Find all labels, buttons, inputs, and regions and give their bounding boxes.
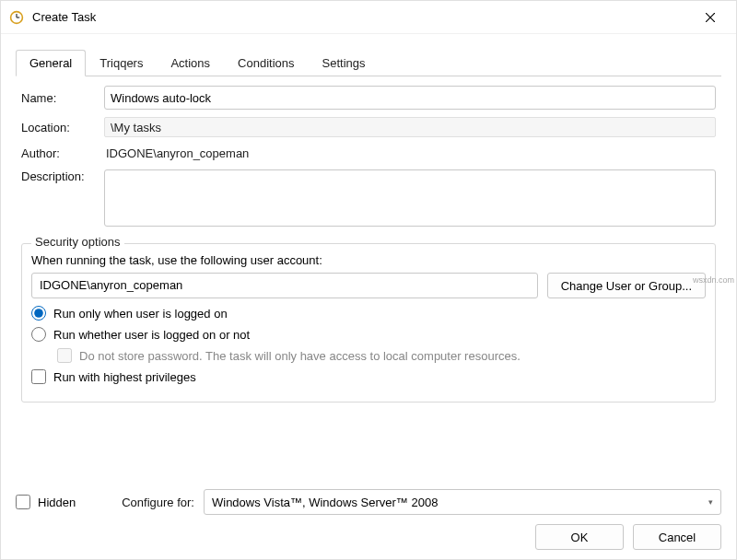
name-input[interactable] [104, 86, 716, 110]
content-area: General Triqqers Actions Conditions Sett… [1, 34, 736, 410]
hidden-row[interactable]: Hidden [16, 495, 76, 509]
location-label: Location: [21, 121, 104, 134]
tab-triggers[interactable]: Triqqers [86, 50, 157, 76]
radio-not-logged-on[interactable] [31, 327, 46, 342]
tab-general[interactable]: General [16, 50, 86, 76]
window-title: Create Task [32, 10, 692, 24]
watermark: wsxdn.com [693, 275, 734, 285]
account-field: IDGONE\anyron_copeman [31, 273, 538, 298]
radio-logged-on-row[interactable]: Run only when user is logged on [31, 306, 706, 321]
hidden-label: Hidden [38, 496, 76, 509]
cancel-button[interactable]: Cancel [633, 524, 721, 550]
no-store-password-label: Do not store password. The task will onl… [79, 349, 521, 363]
description-label: Description: [21, 169, 104, 183]
no-store-password-checkbox [57, 348, 72, 363]
chevron-down-icon: ▾ [708, 497, 713, 507]
dialog-footer: OK Cancel [535, 524, 721, 550]
tab-settings[interactable]: Settings [309, 50, 380, 76]
highest-privileges-label: Run with highest privileges [53, 370, 196, 384]
description-input[interactable] [104, 169, 716, 227]
highest-privileges-row[interactable]: Run with highest privileges [31, 369, 706, 384]
security-prompt: When running the task, use the following… [31, 253, 706, 267]
configure-for-select[interactable]: Windows Vista™, Windows Server™ 2008 ▾ [204, 489, 721, 515]
security-group-title: Security options [31, 235, 124, 249]
no-store-password-row: Do not store password. The task will onl… [57, 348, 706, 363]
configure-for-label: Configure for: [122, 496, 194, 509]
security-options-group: Security options When running the task, … [21, 243, 716, 402]
dialog-window: Create Task General Triqqers Actions Con… [0, 0, 737, 560]
close-button[interactable] [692, 5, 729, 30]
tab-actions[interactable]: Actions [157, 50, 224, 76]
titlebar: Create Task [1, 1, 736, 34]
radio-logged-on-label: Run only when user is logged on [53, 307, 228, 321]
highest-privileges-checkbox[interactable] [31, 369, 46, 384]
radio-logged-on[interactable] [31, 306, 46, 321]
author-value: IDGONE\anyron_copeman [104, 145, 716, 162]
change-user-button[interactable]: Change User or Group... [547, 273, 706, 298]
name-label: Name: [21, 91, 104, 105]
radio-not-logged-on-label: Run whether user is logged on or not [53, 328, 250, 342]
author-label: Author: [21, 146, 104, 160]
configure-for-value: Windows Vista™, Windows Server™ 2008 [212, 496, 438, 509]
hidden-checkbox[interactable] [16, 495, 30, 509]
task-scheduler-icon [8, 9, 25, 26]
bottom-bar: Hidden Configure for: Windows Vista™, Wi… [16, 489, 721, 515]
general-panel: Name: Location: \My tasks Author: IDGONE… [16, 76, 721, 410]
tab-conditions[interactable]: Conditions [224, 50, 308, 76]
radio-not-logged-on-row[interactable]: Run whether user is logged on or not [31, 327, 706, 342]
ok-button[interactable]: OK [535, 524, 624, 550]
location-value: \My tasks [104, 117, 716, 137]
tab-strip: General Triqqers Actions Conditions Sett… [16, 49, 721, 76]
